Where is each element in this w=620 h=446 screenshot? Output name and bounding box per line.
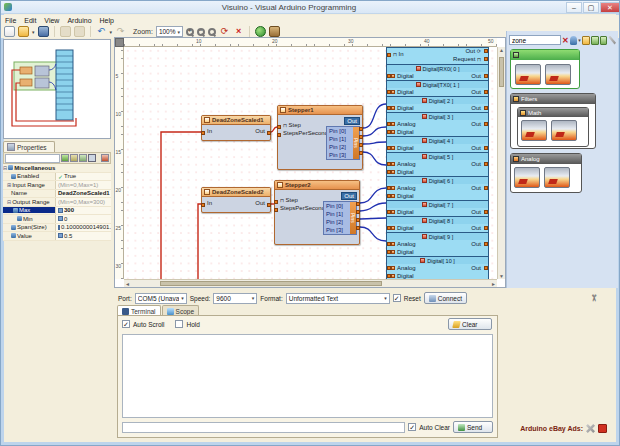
property-row-input-range[interactable]: ⊞Input Range (Min=0,Max=1) <box>3 181 111 190</box>
out-pin[interactable] <box>484 210 488 214</box>
stepper-out-channel[interactable]: Out <box>344 117 360 125</box>
pin-in[interactable] <box>201 203 205 207</box>
minimize-button[interactable]: – <box>566 2 582 13</box>
speed-select[interactable]: 9600▾ <box>213 293 257 304</box>
canvas-vertical-scrollbar[interactable]: ▲▼ <box>497 47 505 279</box>
pin-in[interactable] <box>201 131 205 135</box>
component-stepper2[interactable]: Stepper2 ⊓ Step StepsPerSecond Out Pin [… <box>274 180 360 245</box>
menu-arduino[interactable]: Arduino <box>67 17 91 24</box>
terminal-output[interactable] <box>122 334 493 418</box>
reset-checkbox[interactable]: ✓ <box>393 294 401 302</box>
board-channel-9[interactable]: Digital[ 9 ] AnalogOut Digital <box>387 232 488 256</box>
pin-icon[interactable] <box>101 154 109 162</box>
save-icon[interactable] <box>38 26 49 37</box>
zoom-in-icon[interactable]: + <box>186 28 194 36</box>
out-pin[interactable] <box>484 106 488 110</box>
hold-checkbox[interactable] <box>175 320 183 328</box>
component-thumbnail[interactable] <box>544 167 570 188</box>
new-project-icon[interactable] <box>4 26 15 37</box>
pin-out-2[interactable] <box>359 143 363 147</box>
pin-out-1[interactable] <box>359 135 363 139</box>
palette-group-found[interactable] <box>510 49 580 89</box>
board-channel-8[interactable]: Digital[ 8 ] DigitalOut <box>387 216 488 232</box>
collapse-all-icon[interactable] <box>600 36 608 45</box>
component-thumbnail-deadzone-scaled[interactable] <box>545 64 571 85</box>
menu-view[interactable]: View <box>44 17 59 24</box>
maximize-button[interactable]: ▢ <box>583 2 599 13</box>
settings-wrench-icon[interactable] <box>608 36 616 45</box>
property-row-min[interactable]: Min 0 <box>3 215 111 224</box>
menu-help[interactable]: Help <box>100 17 114 24</box>
category-view-icon[interactable] <box>70 154 78 162</box>
filter-icon[interactable] <box>61 154 69 162</box>
board-channel-2[interactable]: Digital[ 2 ] DigitalOut <box>387 96 488 112</box>
board-out-pin[interactable] <box>484 49 488 53</box>
pin-out-1[interactable] <box>356 210 360 214</box>
out-pin[interactable] <box>484 122 488 126</box>
autoclear-checkbox[interactable]: ✓ <box>408 423 416 431</box>
panel-tools-icon[interactable]: ✂ <box>589 294 599 302</box>
value-editor-button[interactable] <box>58 216 63 221</box>
palette-group-math[interactable]: Math <box>517 107 589 147</box>
palette-group-analog[interactable]: Analog <box>510 153 582 193</box>
canvas-horizontal-scrollbar[interactable]: ◄► <box>124 279 497 287</box>
property-row-name[interactable]: Name DeadZoneScaled1 <box>3 190 111 199</box>
package-icon[interactable] <box>269 26 280 37</box>
undo-icon[interactable]: ↶ <box>96 26 107 37</box>
refresh-icon[interactable]: ⟳ <box>219 26 230 37</box>
close-button[interactable]: ✕ <box>600 2 620 13</box>
out-pin[interactable] <box>484 146 488 150</box>
pin-step[interactable] <box>277 125 281 129</box>
open-project-icon[interactable] <box>18 26 29 37</box>
pin-out-0[interactable] <box>359 127 363 131</box>
send-input[interactable] <box>122 422 405 433</box>
board-select-icon[interactable] <box>60 26 71 37</box>
view-style-dropdown-icon[interactable]: ▾ <box>578 37 581 43</box>
expand-all-icon[interactable] <box>591 36 599 45</box>
zoom-out-icon[interactable]: − <box>197 28 205 36</box>
redo-icon[interactable]: ↷ <box>115 26 126 37</box>
board-channel-10[interactable]: Digital[ 10 ] AnalogOut Digital <box>387 256 488 280</box>
menu-file[interactable]: File <box>5 17 16 24</box>
component-search-input[interactable] <box>509 35 561 45</box>
component-stepper1[interactable]: Stepper1 ⊓ Step StepsPerSecond Out Pin [… <box>277 105 363 170</box>
send-button[interactable]: Send <box>453 421 493 433</box>
property-row-max[interactable]: Max 300 <box>3 207 111 216</box>
alphabetical-view-icon[interactable] <box>79 154 87 162</box>
port-select[interactable]: COM5 (Unava▾ <box>135 293 187 304</box>
ads-tool-icon[interactable] <box>586 424 595 433</box>
overview-minimap[interactable] <box>3 39 111 139</box>
out-pin[interactable] <box>484 226 488 230</box>
ads-close-icon[interactable] <box>598 424 607 433</box>
out-pin[interactable] <box>484 162 488 166</box>
board-channel-5[interactable]: Digital[ 5 ] AnalogOut Digital <box>387 152 488 176</box>
pin-out-3[interactable] <box>359 151 363 155</box>
component-thumbnail[interactable] <box>551 120 577 141</box>
pin-out-0[interactable] <box>356 202 360 206</box>
tab-properties[interactable]: Properties <box>3 141 55 152</box>
view-style-icon[interactable] <box>570 36 578 45</box>
pin-out-3[interactable] <box>356 226 360 230</box>
value-editor-button[interactable] <box>58 225 60 230</box>
palette-group-filters[interactable]: Filters Math <box>510 93 596 149</box>
board-channel-6[interactable]: Digital[ 6 ] AnalogOut Digital <box>387 176 488 200</box>
format-select[interactable]: Unformatted Text▾ <box>286 293 390 304</box>
clear-search-icon[interactable]: ✕ <box>562 36 569 45</box>
board-request-pin[interactable] <box>484 57 488 61</box>
pin-step[interactable] <box>274 200 278 204</box>
properties-filter-input[interactable] <box>5 154 60 163</box>
autoscroll-checkbox[interactable]: ✓ <box>122 320 130 328</box>
property-group[interactable]: ⊟Miscellaneous <box>3 164 111 173</box>
out-pin[interactable] <box>484 266 488 270</box>
stepper-out-channel[interactable]: Out <box>341 192 357 200</box>
board-channel-3[interactable]: Digital[ 3 ] AnalogOut Digital <box>387 112 488 136</box>
out-pin[interactable] <box>484 74 488 78</box>
out-pin[interactable] <box>484 90 488 94</box>
web-icon[interactable] <box>255 26 266 37</box>
pin-out[interactable] <box>267 131 271 135</box>
connect-button[interactable]: Connect <box>424 292 467 304</box>
component-deadzonescaled1[interactable]: DeadZoneScaled1 In Out <box>201 115 271 141</box>
pin-out[interactable] <box>267 203 271 207</box>
design-canvas[interactable]: 10 20 30 40 50 5 10 15 20 25 30 <box>114 37 506 288</box>
pin-out-2[interactable] <box>356 218 360 222</box>
